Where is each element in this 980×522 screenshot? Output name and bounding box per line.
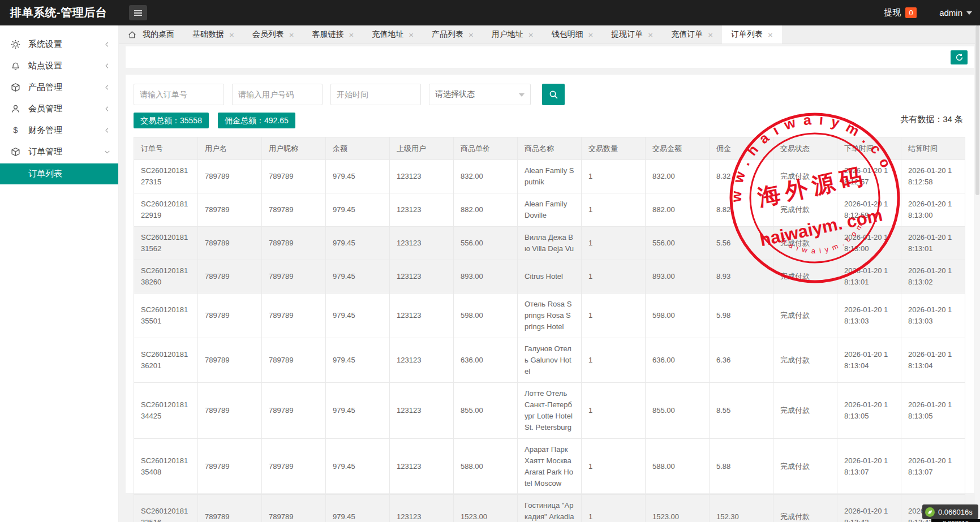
chevron-down-icon [519,93,525,97]
sidebar-item-2[interactable]: 产品管理 [0,76,118,98]
tab-7[interactable]: 钱包明细× [543,25,603,44]
table-cell: 完成付款 [773,495,837,522]
table-cell: Отель Rosa Springs Rosa Springs Hotel [518,294,582,338]
table-cell: SC26012018134425 [134,383,198,439]
table-cell: 1523.00 [454,495,518,522]
elapsed-time: 0.066016s [938,508,973,516]
table-cell: 2026-01-20 18:13:07 [837,439,901,495]
tab-0[interactable]: 我的桌面 [119,25,183,44]
trace-timer-button[interactable]: 0.066016s [922,504,978,519]
user-menu[interactable]: admin [939,8,972,18]
tab-8[interactable]: 提现订单× [602,25,662,44]
tab-label: 产品列表 [432,29,463,40]
table-cell: SC26012018138260 [134,260,198,294]
tab-label: 充值订单 [671,29,703,40]
sidebar-item-3[interactable]: 会员管理 [0,98,118,119]
cube-icon [10,146,20,157]
order-number-input[interactable] [134,84,224,105]
table-cell: 2026-01-20 18:13:00 [901,193,965,227]
close-icon[interactable]: × [648,30,653,40]
toolbar [126,46,974,68]
table-cell: 832.00 [454,160,518,193]
username: admin [939,8,962,18]
table-cell: 完成付款 [773,227,837,260]
table-cell: 5.98 [710,294,773,338]
table-cell: 979.45 [326,294,390,338]
sidebar-item-5[interactable]: 订单管理 [0,141,118,162]
table-cell: 1 [582,495,646,522]
table-cell: 2026-01-20 18:13:04 [837,338,901,383]
table-cell: Alean Family Sputnik [518,160,582,193]
search-button[interactable] [542,84,565,105]
table-cell: 893.00 [646,260,710,294]
user-number-input[interactable] [232,84,323,105]
close-icon[interactable]: × [229,30,234,40]
table-cell: 789789 [262,383,326,439]
close-icon[interactable]: × [528,30,534,40]
table-row: SC26012018133516789789789789979.45123123… [134,495,965,522]
close-icon[interactable]: × [588,30,594,40]
table-cell: 832.00 [646,160,710,193]
close-icon[interactable]: × [349,30,354,40]
table-cell: 152.30 [710,495,773,522]
tab-label: 客服链接 [312,29,344,40]
sidebar-item-0[interactable]: 系统设置 [0,33,118,55]
sidebar-item-order-list[interactable]: 订单列表 [0,163,118,184]
chevron-down-icon [104,149,110,155]
table-row: SC26012018131562789789789789979.45123123… [134,227,965,260]
table-cell: 2026-01-20 18:13:42 [837,495,901,522]
tab-9[interactable]: 充值订单× [662,25,722,44]
table-cell: 979.45 [326,193,390,227]
table-cell: 789789 [198,495,262,522]
column-header: 交易状态 [773,137,837,160]
tab-6[interactable]: 用户地址× [483,25,543,44]
table-row: SC26012018135408789789789789979.45123123… [134,439,965,495]
close-icon[interactable]: × [468,30,474,40]
table-cell: 123123 [390,260,454,294]
withdraw-label: 提现 [884,7,901,18]
close-icon[interactable]: × [708,30,713,40]
tab-1[interactable]: 基础数据× [183,25,243,44]
table-cell: Арарат Парк Хаятт Москва Ararat Park Hot… [518,439,582,495]
table-row: SC26012018136201789789789789979.45123123… [134,338,965,383]
table-cell: 1 [582,439,646,495]
close-icon[interactable]: × [409,30,414,40]
table-cell: 123123 [390,160,454,193]
withdraw-link[interactable]: 提现 0 [884,7,917,18]
table-cell: 789789 [198,227,262,260]
table-row: SC26012018135501789789789789979.45123123… [134,294,965,338]
chevron-left-icon [104,127,110,133]
sidebar-item-label: 订单管理 [28,146,104,157]
tab-10[interactable]: 订单列表× [722,25,782,44]
refresh-button[interactable] [951,50,968,64]
column-header: 订单号 [134,137,198,160]
tab-4[interactable]: 充值地址× [363,25,423,44]
hamburger-menu-icon[interactable] [129,5,147,20]
tab-5[interactable]: 产品列表× [423,25,483,44]
table-cell: 8.32 [710,160,773,193]
start-time-input[interactable] [330,84,421,105]
dollar-icon: $ [10,125,20,135]
table-cell: 855.00 [454,383,518,439]
sidebar-item-1[interactable]: 站点设置 [0,55,118,76]
status-select[interactable]: 请选择状态 [429,84,531,105]
close-icon[interactable]: × [289,30,294,40]
sidebar-item-4[interactable]: $财务管理 [0,119,118,141]
column-header: 商品单价 [454,137,518,160]
table-cell: 完成付款 [773,383,837,439]
table-cell: 2026-01-20 18:12:58 [901,160,965,193]
scrollbar[interactable] [975,25,980,522]
sidebar-item-label: 站点设置 [28,61,104,71]
tab-3[interactable]: 客服链接× [303,25,363,44]
tab-2[interactable]: 会员列表× [243,25,303,44]
table-cell: 979.45 [326,160,390,193]
table-cell: 789789 [198,338,262,383]
close-icon[interactable]: × [768,30,773,40]
column-header: 交易数量 [582,137,646,160]
elapsed-time-small[interactable]: 0.066016 [931,519,980,522]
table-cell: 979.45 [326,227,390,260]
table-cell: 789789 [262,160,326,193]
table-cell: 完成付款 [773,294,837,338]
table-cell: 1 [582,260,646,294]
table-cell: 完成付款 [773,338,837,383]
